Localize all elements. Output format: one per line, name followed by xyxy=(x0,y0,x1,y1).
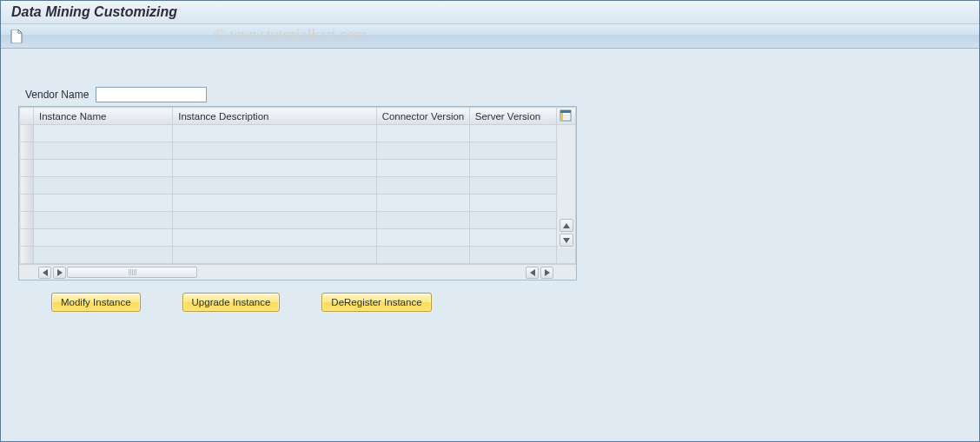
svg-rect-4 xyxy=(560,113,563,121)
cell[interactable] xyxy=(469,125,556,142)
deregister-instance-button[interactable]: DeRegister Instance xyxy=(321,293,431,312)
cell[interactable] xyxy=(469,247,556,264)
cell[interactable] xyxy=(469,229,556,247)
action-button-row: Modify Instance Upgrade Instance DeRegis… xyxy=(51,293,962,312)
chevron-right-icon xyxy=(545,269,550,276)
cell[interactable] xyxy=(34,160,173,177)
title-bar: Data Mining Customizing xyxy=(1,1,979,24)
table-row xyxy=(20,177,576,195)
cell[interactable] xyxy=(376,125,469,142)
vendor-name-input[interactable] xyxy=(96,87,207,102)
cell[interactable] xyxy=(34,212,173,229)
row-selector[interactable] xyxy=(20,195,34,212)
cell[interactable] xyxy=(34,177,173,195)
cell[interactable] xyxy=(469,195,556,212)
instance-table: Instance Name Instance Description Conne… xyxy=(19,107,576,264)
table-settings-button[interactable] xyxy=(556,108,575,125)
scroll-down-button[interactable] xyxy=(560,234,573,247)
column-header-server-version[interactable]: Server Version xyxy=(469,108,556,125)
table-settings-icon xyxy=(560,109,572,122)
row-selector[interactable] xyxy=(20,142,34,160)
cell[interactable] xyxy=(469,177,556,195)
cell[interactable] xyxy=(34,247,173,264)
svg-rect-1 xyxy=(560,110,571,113)
document-new-icon xyxy=(10,30,23,43)
chevron-left-icon xyxy=(43,269,48,276)
table-row xyxy=(20,195,576,212)
row-selector-header xyxy=(20,108,34,125)
cell[interactable] xyxy=(34,142,173,160)
cell[interactable] xyxy=(469,160,556,177)
row-selector[interactable] xyxy=(20,229,34,247)
cell[interactable] xyxy=(173,142,376,160)
scroll-first-button[interactable] xyxy=(38,267,51,279)
scroll-last-button[interactable] xyxy=(540,267,553,279)
scroll-up-button[interactable] xyxy=(560,219,573,232)
vendor-row: Vendor Name xyxy=(25,87,962,102)
chevron-left-icon xyxy=(530,269,535,276)
row-selector[interactable] xyxy=(20,212,34,229)
table-row xyxy=(20,212,576,229)
create-button[interactable] xyxy=(8,28,25,45)
column-header-instance-name[interactable]: Instance Name xyxy=(34,108,173,125)
cell[interactable] xyxy=(376,195,469,212)
scroll-right-button[interactable] xyxy=(526,267,539,279)
table-row xyxy=(20,125,576,142)
page-title: Data Mining Customizing xyxy=(11,4,972,20)
table-row xyxy=(20,142,576,160)
horizontal-scrollbar xyxy=(19,264,576,280)
cell[interactable] xyxy=(376,212,469,229)
modify-instance-button[interactable]: Modify Instance xyxy=(51,293,141,312)
cell[interactable] xyxy=(173,160,376,177)
scroll-left-button[interactable] xyxy=(53,267,66,279)
cell[interactable] xyxy=(376,177,469,195)
chevron-down-icon xyxy=(563,238,570,243)
cell[interactable] xyxy=(469,212,556,229)
table-row xyxy=(20,160,576,177)
watermark-text: © www.tutorialkart.com xyxy=(214,26,367,44)
vendor-name-label: Vendor Name xyxy=(25,89,89,101)
cell[interactable] xyxy=(376,229,469,247)
column-header-connector-version[interactable]: Connector Version xyxy=(376,108,469,125)
row-selector[interactable] xyxy=(20,247,34,264)
cell[interactable] xyxy=(376,247,469,264)
cell[interactable] xyxy=(173,212,376,229)
horizontal-scroll-thumb[interactable] xyxy=(67,267,197,278)
content-area: Vendor Name Instance Name Instance xyxy=(1,49,979,324)
app-toolbar: © www.tutorialkart.com xyxy=(1,24,979,49)
cell[interactable] xyxy=(173,177,376,195)
table-row xyxy=(20,229,576,247)
cell[interactable] xyxy=(469,142,556,160)
cell[interactable] xyxy=(173,229,376,247)
row-selector[interactable] xyxy=(20,177,34,195)
instance-table-container: Instance Name Instance Description Conne… xyxy=(18,106,577,280)
vertical-scrollbar xyxy=(558,126,575,248)
cell[interactable] xyxy=(173,125,376,142)
cell[interactable] xyxy=(34,195,173,212)
column-header-instance-description[interactable]: Instance Description xyxy=(173,108,376,125)
cell[interactable] xyxy=(34,229,173,247)
chevron-right-icon xyxy=(57,269,63,276)
cell[interactable] xyxy=(376,160,469,177)
row-selector[interactable] xyxy=(20,160,34,177)
cell-pad xyxy=(556,247,575,264)
upgrade-instance-button[interactable]: Upgrade Instance xyxy=(182,293,281,312)
cell[interactable] xyxy=(173,247,376,264)
row-selector[interactable] xyxy=(20,125,34,142)
cell[interactable] xyxy=(173,195,376,212)
chevron-up-icon xyxy=(563,223,570,228)
cell[interactable] xyxy=(376,142,469,160)
cell[interactable] xyxy=(34,125,173,142)
table-row xyxy=(20,247,576,264)
